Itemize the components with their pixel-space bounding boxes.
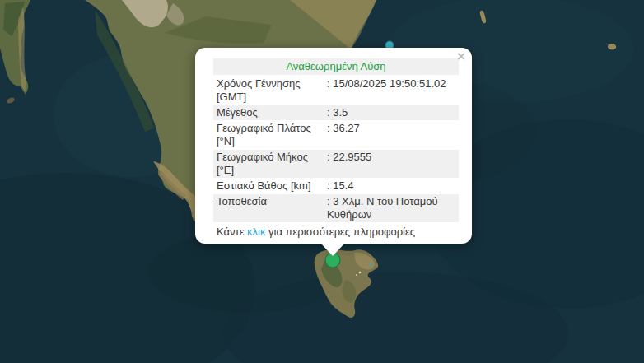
popup-row: Γεωγραφικό Μήκος [°E]: 22.9555 bbox=[213, 150, 459, 178]
row-value: : 15.4 bbox=[327, 179, 455, 193]
row-value: : 3.5 bbox=[327, 106, 455, 119]
popup-row: Τοποθεσία: 3 Χλμ. Ν του Ποταμού Κυθήρων bbox=[213, 194, 459, 222]
row-label: Γεωγραφικό Πλάτος [°N] bbox=[217, 122, 327, 148]
footer-text-post: για περισσότερες πληροφορίες bbox=[265, 226, 415, 238]
more-info-link[interactable]: κλικ bbox=[247, 226, 265, 238]
popup-row: Μέγεθος: 3.5 bbox=[213, 105, 459, 120]
row-value: : 36.27 bbox=[327, 122, 455, 148]
popup-title: Αναθεωρημένη Λύση bbox=[213, 58, 459, 75]
popup-table: Χρόνος Γέννησης [GMT]: 15/08/2025 19:50:… bbox=[213, 77, 459, 222]
row-label: Μέγεθος bbox=[217, 106, 327, 119]
row-value: : 3 Χλμ. Ν του Ποταμού Κυθήρων bbox=[327, 195, 455, 221]
islet bbox=[608, 44, 616, 49]
map-viewport[interactable]: × Αναθεωρημένη Λύση Χρόνος Γέννησης [GMT… bbox=[0, 0, 644, 363]
popup-row: Εστιακό Βάθος [km]: 15.4 bbox=[213, 179, 459, 193]
row-value: : 22.9555 bbox=[327, 151, 455, 177]
popup-footer: Κάντε κλικ για περισσότερες πληροφορίες bbox=[213, 223, 459, 241]
footer-text-pre: Κάντε bbox=[217, 226, 247, 238]
earthquake-info-popup: × Αναθεωρημένη Λύση Χρόνος Γέννησης [GMT… bbox=[195, 48, 472, 244]
row-label: Χρόνος Γέννησης [GMT] bbox=[217, 77, 327, 104]
popup-tail bbox=[320, 243, 345, 256]
row-label: Εστιακό Βάθος [km] bbox=[217, 179, 327, 193]
row-label: Γεωγραφικό Μήκος [°E] bbox=[217, 151, 327, 177]
close-icon[interactable]: × bbox=[457, 49, 465, 63]
row-label: Τοποθεσία bbox=[217, 195, 327, 221]
row-value: : 15/08/2025 19:50:51.02 bbox=[327, 77, 455, 104]
popup-row: Γεωγραφικό Πλάτος [°N]: 36.27 bbox=[213, 121, 459, 149]
popup-row: Χρόνος Γέννησης [GMT]: 15/08/2025 19:50:… bbox=[213, 77, 459, 105]
